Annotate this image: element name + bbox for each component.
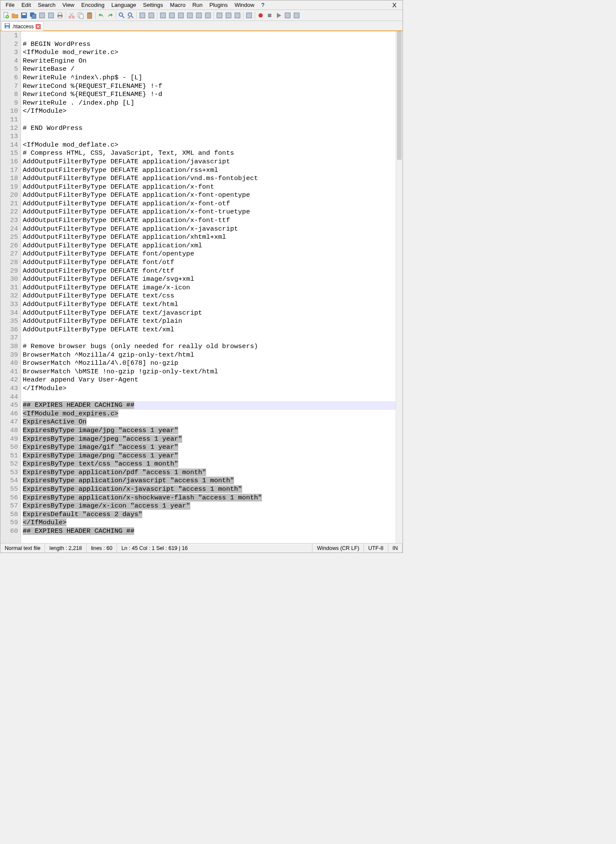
menu-settings[interactable]: Settings [140, 1, 167, 9]
replace-icon[interactable] [126, 11, 135, 20]
code-line[interactable]: AddOutputFilterByType DEFLATE applicatio… [23, 200, 396, 208]
zoom-out-icon[interactable] [147, 11, 156, 20]
code-line[interactable]: RewriteRule ^index\.php$ - [L] [23, 74, 396, 82]
code-line[interactable] [23, 334, 396, 342]
code-line[interactable]: RewriteCond %{REQUEST_FILENAME} !-f [23, 82, 396, 91]
code-line[interactable]: ExpiresByType application/javascript "ac… [23, 477, 396, 485]
vertical-scrollbar[interactable] [396, 31, 403, 543]
code-line[interactable]: ExpiresByType image/x-icon "access 1 yea… [23, 502, 396, 511]
code-line[interactable]: AddOutputFilterByType DEFLATE applicatio… [23, 225, 396, 234]
code-line[interactable]: # END WordPress [23, 124, 396, 133]
zoom-in-icon[interactable] [138, 11, 147, 20]
status-insert[interactable]: IN [388, 544, 403, 553]
tab-close-icon[interactable] [36, 24, 41, 29]
outdent-icon[interactable] [204, 11, 212, 20]
code-line[interactable]: ExpiresByType image/jpeg "access 1 year" [23, 435, 396, 444]
code-line[interactable]: BrowserMatch \bMSIE !no-gzip !gzip-only-… [23, 368, 396, 376]
code-line[interactable]: </IfModule> [23, 107, 396, 116]
play-multi-icon[interactable] [283, 11, 292, 20]
menu-search[interactable]: Search [34, 1, 59, 9]
menu-edit[interactable]: Edit [18, 1, 34, 9]
window-close-button[interactable]: X [388, 0, 401, 9]
doc-map-icon[interactable] [224, 11, 233, 20]
code-line[interactable]: RewriteCond %{REQUEST_FILENAME} !-d [23, 90, 396, 99]
wrap-icon[interactable] [177, 11, 185, 20]
code-line[interactable]: RewriteEngine On [23, 57, 396, 66]
code-line[interactable]: ExpiresByType application/x-javascript "… [23, 485, 396, 494]
code-line[interactable]: # Compress HTML, CSS, JavaScript, Text, … [23, 149, 396, 158]
code-line[interactable]: ExpiresByType application/x-shockwave-fl… [23, 494, 396, 502]
open-file-icon[interactable] [11, 11, 19, 20]
code-line[interactable]: AddOutputFilterByType DEFLATE applicatio… [23, 216, 396, 225]
find-icon[interactable] [117, 11, 126, 20]
copy-icon[interactable] [76, 11, 85, 20]
code-line[interactable]: ExpiresActive On [23, 418, 396, 427]
menu-run[interactable]: Run [189, 1, 206, 9]
sync-h-icon[interactable] [168, 11, 176, 20]
code-line[interactable]: ## EXPIRES HEADER CACHING ## [23, 401, 396, 410]
status-eol[interactable]: Windows (CR LF) [313, 544, 364, 553]
record-icon[interactable] [256, 11, 265, 20]
code-line[interactable]: ExpiresByType text/css "access 1 month" [23, 460, 396, 469]
code-line[interactable]: # BEGIN WordPress [23, 40, 396, 49]
code-line[interactable]: ExpiresDefault "access 2 days" [23, 511, 396, 519]
print-icon[interactable] [56, 11, 64, 20]
monitor-icon[interactable] [245, 11, 253, 20]
redo-icon[interactable] [106, 11, 114, 20]
code-line[interactable] [23, 393, 396, 402]
status-encoding[interactable]: UTF-8 [364, 544, 388, 553]
code-line[interactable]: AddOutputFilterByType DEFLATE applicatio… [23, 183, 396, 192]
code-line[interactable]: BrowserMatch ^Mozilla/4 gzip-only-text/h… [23, 351, 396, 360]
code-line[interactable]: AddOutputFilterByType DEFLATE applicatio… [23, 166, 396, 175]
code-line[interactable]: ExpiresByType image/png "access 1 year" [23, 452, 396, 460]
menu-language[interactable]: Language [108, 1, 140, 9]
show-all-icon[interactable] [186, 11, 194, 20]
function-list-icon[interactable] [233, 11, 242, 20]
cut-icon[interactable] [67, 11, 76, 20]
code-line[interactable]: AddOutputFilterByType DEFLATE text/plain [23, 317, 396, 326]
menu-?[interactable]: ? [258, 1, 267, 9]
new-file-icon[interactable] [2, 11, 10, 20]
code-line[interactable]: AddOutputFilterByType DEFLATE applicatio… [23, 191, 396, 200]
menu-window[interactable]: Window [231, 1, 258, 9]
save-macro-icon[interactable] [292, 11, 301, 20]
code-line[interactable]: AddOutputFilterByType DEFLATE applicatio… [23, 233, 396, 242]
code-line[interactable]: RewriteRule . /index.php [L] [23, 99, 396, 108]
code-line[interactable]: AddOutputFilterByType DEFLATE applicatio… [23, 242, 396, 250]
play-icon[interactable] [274, 11, 283, 20]
code-line[interactable] [23, 32, 396, 40]
code-line[interactable]: AddOutputFilterByType DEFLATE font/otf [23, 258, 396, 267]
code-line[interactable]: ExpiresByType image/gif "access 1 year" [23, 443, 396, 452]
code-line[interactable]: AddOutputFilterByType DEFLATE text/xml [23, 326, 396, 334]
file-tab[interactable]: .htaccess [1, 21, 44, 31]
code-line[interactable]: AddOutputFilterByType DEFLATE text/html [23, 300, 396, 309]
code-line[interactable]: Header append Vary User-Agent [23, 376, 396, 384]
code-line[interactable]: ExpiresByType image/jpg "access 1 year" [23, 427, 396, 435]
menu-plugins[interactable]: Plugins [206, 1, 231, 9]
menu-macro[interactable]: Macro [167, 1, 189, 9]
menu-view[interactable]: View [59, 1, 78, 9]
undo-icon[interactable] [97, 11, 105, 20]
close-icon[interactable] [38, 11, 46, 20]
code-line[interactable]: AddOutputFilterByType DEFLATE font/opent… [23, 250, 396, 258]
folder-icon[interactable] [215, 11, 224, 20]
scrollbar-thumb[interactable] [397, 31, 402, 160]
close-all-icon[interactable] [47, 11, 55, 20]
code-line[interactable]: AddOutputFilterByType DEFLATE applicatio… [23, 208, 396, 216]
code-line[interactable]: ExpiresByType application/pdf "access 1 … [23, 469, 396, 477]
code-line[interactable]: # Remove browser bugs (only needed for r… [23, 342, 396, 351]
code-line[interactable] [23, 116, 396, 124]
menu-file[interactable]: File [2, 1, 18, 9]
code-line[interactable]: AddOutputFilterByType DEFLATE font/ttf [23, 267, 396, 276]
code-line[interactable]: </IfModule> [23, 384, 396, 393]
code-line[interactable]: AddOutputFilterByType DEFLATE text/css [23, 292, 396, 300]
save-all-icon[interactable] [29, 11, 37, 20]
code-line[interactable]: RewriteBase / [23, 65, 396, 74]
code-line[interactable]: AddOutputFilterByType DEFLATE image/svg+… [23, 275, 396, 284]
code-line[interactable]: ## EXPIRES HEADER CACHING ## [23, 527, 396, 536]
code-content[interactable]: # BEGIN WordPress<IfModule mod_rewrite.c… [21, 31, 396, 543]
code-line[interactable]: <IfModule mod_expires.c> [23, 410, 396, 418]
code-line[interactable]: AddOutputFilterByType DEFLATE image/x-ic… [23, 284, 396, 292]
stop-icon[interactable] [265, 11, 274, 20]
code-line[interactable]: <IfModule mod_rewrite.c> [23, 48, 396, 57]
